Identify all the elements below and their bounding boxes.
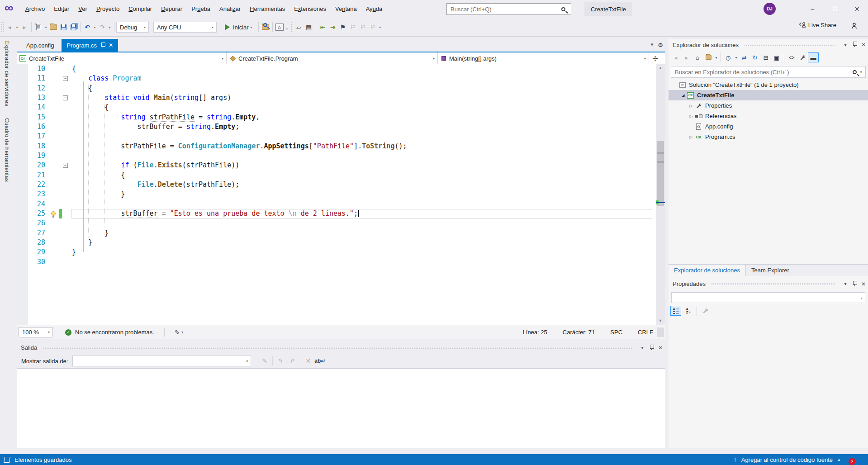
save-all-icon[interactable] [68,22,78,33]
tree-item-createtxtfile[interactable]: ◢C#CreateTxtFile [669,90,868,100]
platform-combo[interactable]: Any CPU ▾ [153,22,217,33]
previous-bookmark-icon[interactable]: ⚐ [348,22,358,33]
sync-with-active-document-icon[interactable]: ⇄ [739,52,749,62]
tab-list-dropdown-icon[interactable]: ▾ [651,42,654,48]
code-line-18[interactable]: 18 strPathFile = ConfigurationManager.Ap… [17,142,656,151]
open-file-icon[interactable] [48,22,58,33]
bookmark-icon[interactable]: ⚑ [338,22,348,33]
code-cleanup-icon[interactable]: ✎ [175,329,180,336]
collapse-all-icon[interactable]: ⊟ [760,52,771,62]
code-cleanup-dropdown[interactable]: ▾ [180,330,185,334]
expander-icon[interactable]: ▷ [688,104,695,108]
menu-prueba[interactable]: Prueba [187,3,215,15]
code-line-23[interactable]: 23 } [17,190,656,199]
search-input[interactable] [447,6,561,13]
window-position-dropdown-icon[interactable]: ▾ [841,281,850,286]
start-debugging-button[interactable]: Iniciar ▾ [222,21,256,33]
solution-explorer-search[interactable]: ▾ [671,66,866,78]
document-outline-icon[interactable]: ▤ [304,22,314,33]
source-control-dropdown-icon[interactable]: ▲ [837,458,841,462]
code-line-19[interactable]: 19 [17,151,656,161]
code-line-12[interactable]: 12 { [17,84,656,93]
fold-collapse-box[interactable]: − [63,76,68,81]
code-line-17[interactable]: 17 [17,132,656,141]
close-panel-icon[interactable]: ✕ [859,42,868,48]
refresh-icon[interactable]: ↻ [749,52,760,62]
output-source-combo[interactable]: ▾ [72,356,251,366]
navigate-back-icon[interactable]: ◂ [5,22,14,33]
code-line-25[interactable]: 25 strBuffer = "Esto es una prueba de te… [17,209,656,218]
code-line-21[interactable]: 21 { [17,171,656,180]
fold-collapse-box[interactable]: − [63,95,68,100]
pin-icon[interactable] [101,43,105,48]
code-line-14[interactable]: 14 { [17,103,656,112]
close-panel-icon[interactable]: ✕ [859,281,868,287]
code-line-28[interactable]: 28 } [17,238,656,247]
add-to-source-control-button[interactable]: Agregar al control de código fuente [741,456,833,463]
line-indicator[interactable]: Línea: 25 [523,329,547,336]
forward-icon[interactable]: ▸ [681,52,692,62]
debug-configuration-combo[interactable]: Debug ▾ [116,22,149,33]
code-line-24[interactable]: 24 [17,199,656,209]
pin-icon[interactable] [647,345,656,351]
code-line-30[interactable]: 30 [17,257,656,267]
tree-item-properties[interactable]: ▷Properties [669,100,868,111]
tab-team-explorer[interactable]: Team Explorer [746,265,795,276]
send-feedback-icon[interactable] [850,22,858,32]
notification-badge[interactable]: 2 [849,458,855,465]
tab-program-cs[interactable]: Program.cs ✕ [62,39,118,52]
user-avatar[interactable]: DJ [764,3,776,15]
next-bookmark-icon[interactable]: ⚐ [358,22,368,33]
solution-search-input[interactable] [671,69,853,76]
code-line-11[interactable]: 11− class Program [17,74,656,83]
health-check-icon[interactable]: ✓ [65,329,71,336]
tree-item-referencias[interactable]: ▷Referencias [669,111,868,121]
navigate-back-dropdown[interactable]: ▾ [14,25,19,29]
code-line-26[interactable]: 26 [17,218,656,228]
property-pages-wrench-icon[interactable] [700,306,711,316]
expander-icon[interactable]: ▷ [688,114,695,119]
pin-icon[interactable] [850,42,859,48]
tab-app-config[interactable]: App.config [21,39,59,52]
menu-extensiones[interactable]: Extensiones [289,3,331,15]
back-icon[interactable]: ◂ [670,52,681,62]
tree-item-soluci-n-createtxtfile-1-de-1-proyecto-[interactable]: ∞Solución "CreateTxtFile" (1 de 1 proyec… [669,80,868,90]
type-dropdown[interactable]: CreateTxtFile.Program ▾ [227,52,438,64]
document-options-gear-icon[interactable]: ⚙ [658,42,663,48]
close-button[interactable]: ✕ [846,0,868,18]
save-icon[interactable] [58,22,68,33]
chevron-down-icon[interactable]: ▾ [859,70,863,74]
menu-ver[interactable]: Ver [74,3,92,15]
restore-button[interactable] [824,0,846,18]
search-icon[interactable] [853,70,857,74]
problems-status[interactable]: No se encontraron problemas. [75,329,154,336]
home-options-icon[interactable]: ‗ [285,25,289,29]
next-message-icon[interactable]: ↱ [286,357,298,365]
code-line-29[interactable]: 29} [17,247,656,257]
properties-object-combo[interactable]: ▾ [671,292,865,303]
window-position-dropdown-icon[interactable]: ▾ [841,43,850,47]
code-editor[interactable]: 10{11− class Program12 {13− static void … [17,64,656,325]
new-project-icon[interactable]: ✶ [33,22,43,33]
redo-dropdown[interactable]: ▾ [107,25,112,29]
project-dropdown[interactable]: C# CreateTxtFile ▾ [17,52,227,64]
zoom-level-combo[interactable]: 100 % ▾ [19,327,52,337]
code-line-27[interactable]: 27 } [17,228,656,238]
menu-archivo[interactable]: Archivo [21,3,49,15]
menu-analizar[interactable]: Analizar [215,3,245,15]
split-window-handle[interactable]: ▲▼ [649,52,661,64]
undo-dropdown[interactable]: ▾ [92,25,97,29]
eol-indicator[interactable]: CRLF [638,329,653,336]
output-panel-header[interactable]: Salida ▾ ✕ [17,342,665,354]
server-explorer-dock-tab[interactable]: Explorador de servidores [4,40,10,106]
expander-icon[interactable]: ▷ [688,135,695,139]
search-icon[interactable] [561,7,565,11]
find-message-icon[interactable]: ✎ [259,357,270,365]
column-indicator[interactable]: Carácter: 71 [563,329,595,336]
spaces-indicator[interactable]: SPC [610,329,622,336]
preview-selected-items-icon[interactable]: ▬ [808,52,819,62]
solution-explorer-header[interactable]: Explorador de soluciones ▾ ✕ [669,39,868,51]
quick-search-box[interactable] [446,3,571,15]
close-panel-icon[interactable]: ✕ [656,345,665,351]
code-line-16[interactable]: 16 strBuffer = string.Empty; [17,122,656,132]
